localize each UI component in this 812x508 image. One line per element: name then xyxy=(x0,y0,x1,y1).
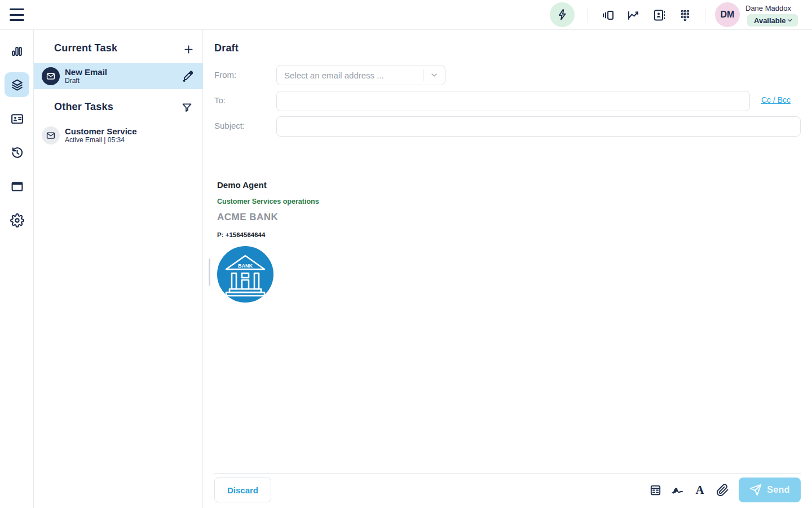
gear-icon xyxy=(10,213,24,227)
status-label: Available xyxy=(754,16,786,25)
page-title: Draft xyxy=(214,42,239,54)
send-label: Send xyxy=(767,485,789,495)
address-book-icon xyxy=(652,8,666,22)
signature-phone: P: +1564564644 xyxy=(217,231,265,238)
dialpad-icon xyxy=(678,8,692,22)
nav-item-analytics[interactable] xyxy=(5,38,29,63)
discard-button[interactable]: Discard xyxy=(214,478,271,502)
hamburger-menu-icon[interactable] xyxy=(10,8,24,21)
attach-file-button[interactable] xyxy=(714,481,731,498)
cc-bcc-link[interactable]: Cc / Bcc xyxy=(761,95,791,104)
signature-button[interactable] xyxy=(669,481,686,498)
font-format-button[interactable]: A xyxy=(691,481,708,498)
analytics-button[interactable] xyxy=(626,8,641,23)
status-dropdown[interactable]: Available xyxy=(747,14,798,27)
nav-item-settings[interactable] xyxy=(5,208,29,233)
avatar[interactable]: DM xyxy=(715,2,740,27)
queue-panels-icon xyxy=(601,8,615,22)
window-icon xyxy=(10,179,24,194)
filter-tasks-button[interactable] xyxy=(179,100,194,115)
template-icon xyxy=(649,484,662,497)
nav-item-contacts[interactable] xyxy=(5,106,29,131)
send-button[interactable]: Send xyxy=(739,478,801,502)
subject-input[interactable] xyxy=(276,116,801,137)
signature-role: Customer Services operations xyxy=(217,198,319,205)
app-root: DM Dane Maddox Available xyxy=(0,0,812,508)
history-icon xyxy=(10,146,24,160)
email-body-editor[interactable]: Demo Agent Customer Services operations … xyxy=(211,142,804,472)
envelope-icon xyxy=(42,67,60,85)
task-subtitle: Draft xyxy=(65,77,179,85)
task-title: Customer Service xyxy=(65,126,203,136)
nav-rail xyxy=(0,30,34,508)
add-task-button[interactable] xyxy=(181,42,196,56)
font-icon: A xyxy=(695,484,704,496)
topbar-divider xyxy=(588,7,588,23)
compose-pen-icon[interactable] xyxy=(179,68,196,85)
nav-item-tasks[interactable] xyxy=(5,72,29,97)
scrollbar-thumb[interactable] xyxy=(209,259,210,286)
to-input[interactable] xyxy=(276,91,750,111)
bank-logo: BANK xyxy=(217,246,273,303)
filter-icon xyxy=(181,102,193,113)
nav-item-browser[interactable] xyxy=(5,174,29,199)
top-bar: DM Dane Maddox Available xyxy=(0,0,812,30)
user-name: Dane Maddox xyxy=(745,4,791,12)
trend-chart-icon xyxy=(626,8,640,22)
contact-card-icon xyxy=(10,112,24,126)
compose-area: Draft From: Select an email address ... … xyxy=(203,30,812,508)
signature-icon xyxy=(670,483,685,497)
task-item-new-email[interactable]: New Email Draft xyxy=(34,63,203,89)
signature-company: ACME BANK xyxy=(217,212,278,223)
task-title: New Email xyxy=(65,67,179,77)
chevron-down-icon xyxy=(423,71,445,80)
task-item-customer-service[interactable]: Customer Service Active Email | 05:34 xyxy=(34,122,203,149)
directory-button[interactable] xyxy=(652,8,667,23)
template-button[interactable] xyxy=(647,481,664,498)
from-label: From: xyxy=(214,70,236,80)
envelope-icon xyxy=(42,126,60,144)
topbar-divider xyxy=(705,7,705,23)
task-subtitle: Active Email | 05:34 xyxy=(65,136,203,144)
lightning-icon xyxy=(556,8,568,21)
quick-launch-button[interactable] xyxy=(550,2,575,27)
task-queue-button[interactable] xyxy=(601,8,615,23)
bank-logo-label: BANK xyxy=(238,263,253,269)
from-placeholder: Select an email address ... xyxy=(277,71,423,80)
nav-item-history[interactable] xyxy=(5,140,29,165)
bar-chart-icon xyxy=(10,44,24,58)
from-select[interactable]: Select an email address ... xyxy=(276,65,445,85)
signature-name: Demo Agent xyxy=(217,180,267,190)
paperclip-icon xyxy=(716,484,729,497)
plus-icon xyxy=(183,43,195,55)
subject-label: Subject: xyxy=(214,121,245,130)
paper-plane-icon xyxy=(749,484,762,496)
dialpad-button[interactable] xyxy=(678,8,692,23)
to-label: To: xyxy=(214,95,226,105)
layers-icon xyxy=(10,78,24,92)
task-panel: Current Task New Email Draft xyxy=(34,30,203,508)
current-task-header: Current Task xyxy=(54,42,117,54)
chevron-down-icon xyxy=(786,16,793,24)
other-tasks-header: Other Tasks xyxy=(54,101,113,113)
footer-divider xyxy=(214,473,801,474)
